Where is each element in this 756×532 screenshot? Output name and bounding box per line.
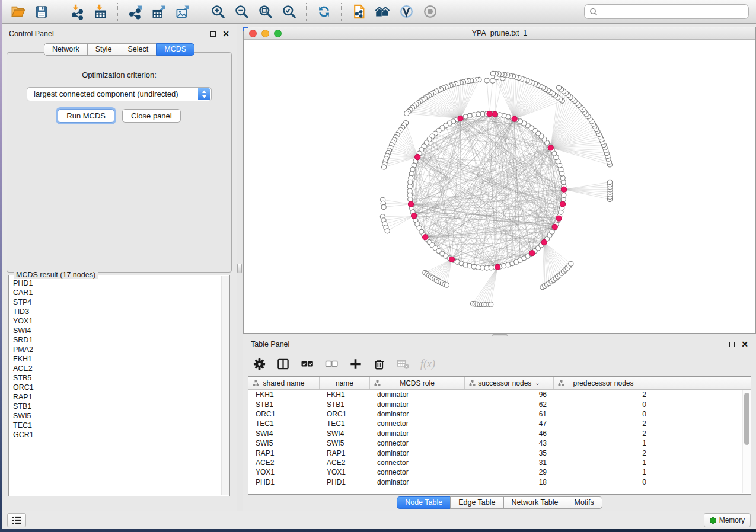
mcds-result-item[interactable]: STP4	[13, 297, 221, 307]
create-column-plus-icon[interactable]	[349, 357, 362, 371]
tab-network-table[interactable]: Network Table	[503, 496, 567, 509]
maximize-view-traffic-light[interactable]	[274, 30, 282, 37]
tab-network[interactable]: Network	[44, 43, 88, 56]
mcds-result-item[interactable]: FKH1	[13, 354, 221, 364]
graph-leaf-node[interactable]	[404, 111, 409, 116]
graph-leaf-node[interactable]	[484, 78, 489, 83]
tab-select[interactable]: Select	[120, 43, 157, 56]
table-row[interactable]: ACE2ACE2connector311	[248, 458, 751, 467]
mcds-hub-node[interactable]	[449, 257, 454, 262]
network-graph[interactable]	[244, 40, 755, 333]
mcds-hub-node[interactable]	[552, 224, 557, 229]
open-session-button[interactable]	[9, 3, 27, 21]
graph-leaf-node[interactable]	[381, 204, 386, 209]
table-scrollbar[interactable]	[742, 390, 751, 493]
tab-motifs[interactable]: Motifs	[566, 496, 602, 509]
mcds-result-item[interactable]: YOX1	[13, 316, 221, 326]
mcds-hub-node[interactable]	[492, 111, 497, 117]
mcds-result-item[interactable]: SWI5	[13, 411, 221, 421]
close-panel-button[interactable]: Close panel	[122, 109, 181, 123]
table-row[interactable]: SWI4SWI4dominator462	[248, 429, 751, 438]
mcds-hub-node[interactable]	[412, 213, 417, 219]
mcds-hub-node[interactable]	[423, 235, 428, 240]
search-input[interactable]	[601, 8, 744, 16]
criterion-select[interactable]: largest connected component (undirected)	[27, 87, 212, 101]
table-row[interactable]: STB1STB1dominator620	[248, 399, 751, 409]
mcds-result-item[interactable]: RAP1	[13, 392, 221, 402]
search-box[interactable]	[584, 4, 749, 19]
tab-style[interactable]: Style	[87, 43, 120, 56]
memory-button[interactable]: Memory	[704, 513, 751, 527]
splitter-handle[interactable]	[237, 264, 242, 273]
table-scrollbar-thumb[interactable]	[744, 393, 749, 445]
mcds-hub-node[interactable]	[495, 264, 500, 270]
zoom-selected-button[interactable]	[280, 3, 298, 21]
close-panel-icon[interactable]: ✕	[222, 30, 229, 38]
table-row[interactable]: ORC1ORC1dominator610	[248, 409, 751, 419]
graph-leaf-node[interactable]	[490, 78, 495, 83]
graph-node[interactable]	[562, 193, 566, 197]
column-header-predecessor-nodes[interactable]: predecessor nodes	[554, 377, 653, 389]
mcds-result-item[interactable]: PMA2	[13, 345, 221, 354]
mcds-result-item[interactable]: ORC1	[13, 383, 221, 392]
close-panel-icon[interactable]: ✕	[741, 340, 748, 348]
graph-leaf-node[interactable]	[385, 229, 390, 233]
mcds-result-item[interactable]: SWI4	[13, 326, 221, 335]
vertical-splitter[interactable]	[237, 24, 243, 511]
mcds-result-item[interactable]: STB1	[13, 402, 221, 411]
delete-column-trash-icon[interactable]	[372, 357, 386, 371]
graph-leaf-node[interactable]	[607, 180, 612, 184]
export-network-button[interactable]	[126, 3, 144, 21]
mcds-hub-node[interactable]	[529, 251, 535, 256]
save-session-button[interactable]	[33, 3, 50, 21]
export-table-button[interactable]	[150, 3, 168, 21]
mcds-hub-node[interactable]	[541, 239, 547, 245]
hide-selected-button[interactable]	[397, 3, 415, 21]
tab-mcds[interactable]: MCDS	[156, 43, 194, 56]
mcds-result-item[interactable]: CAR1	[13, 288, 221, 297]
zoom-in-button[interactable]	[209, 3, 227, 21]
mcds-hub-node[interactable]	[408, 201, 413, 207]
mcds-result-item[interactable]: GCR1	[13, 430, 221, 440]
table-row[interactable]: PHD1PHD1dominator180	[248, 477, 751, 487]
minimize-view-traffic-light[interactable]	[261, 30, 269, 37]
show-columns-icon[interactable]	[276, 357, 290, 371]
mcds-hub-node[interactable]	[556, 216, 562, 221]
tab-node-table[interactable]: Node Table	[397, 496, 451, 509]
zoom-fit-button[interactable]	[256, 3, 274, 21]
table-row[interactable]: TEC1TEC1connector472	[248, 419, 751, 428]
network-canvas[interactable]	[244, 40, 755, 333]
select-chevrons-icon[interactable]	[198, 88, 210, 100]
close-view-traffic-light[interactable]	[249, 30, 257, 37]
mcds-hub-node[interactable]	[512, 116, 517, 121]
mcds-hub-node[interactable]	[560, 201, 565, 207]
import-network-button[interactable]	[68, 3, 85, 21]
graph-leaf-node[interactable]	[557, 85, 562, 90]
export-image-button[interactable]	[174, 3, 192, 21]
graph-leaf-node[interactable]	[382, 165, 387, 169]
mcds-hub-node[interactable]	[487, 111, 492, 117]
tab-edge-table[interactable]: Edge Table	[450, 496, 503, 509]
mcds-hub-node[interactable]	[458, 116, 463, 121]
table-settings-gear-icon[interactable]	[253, 357, 266, 371]
unselect-all-columns-icon[interactable]	[324, 357, 339, 371]
column-header-name[interactable]: name	[320, 377, 370, 389]
task-history-button[interactable]	[7, 513, 26, 527]
mcds-result-item[interactable]: STB5	[13, 373, 221, 383]
mcds-result-item[interactable]: PHD1	[13, 278, 221, 288]
table-row[interactable]: SWI5SWI5connector431	[248, 438, 751, 448]
run-mcds-button[interactable]: Run MCDS	[58, 109, 114, 123]
network-from-document-button[interactable]	[350, 3, 368, 21]
group-tools-button[interactable]	[374, 3, 391, 21]
import-table-button[interactable]	[91, 3, 109, 21]
mcds-result-item[interactable]: SRD1	[13, 335, 221, 345]
show-all-button[interactable]	[421, 3, 439, 21]
mcds-hub-node[interactable]	[415, 154, 420, 159]
table-row[interactable]: FKH1FKH1dominator962	[248, 390, 751, 399]
column-header-shared-name[interactable]: shared name	[248, 377, 320, 389]
mcds-result-item[interactable]: ACE2	[13, 364, 221, 373]
float-panel-icon[interactable]	[210, 31, 216, 37]
zoom-out-button[interactable]	[232, 3, 250, 21]
float-panel-icon[interactable]	[729, 342, 735, 347]
splitter-handle[interactable]	[492, 334, 508, 336]
